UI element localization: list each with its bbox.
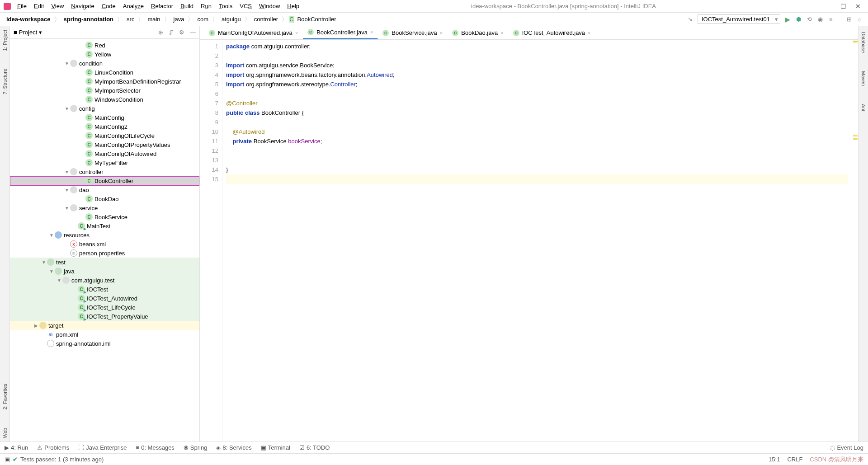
tw-spring[interactable]: ❀ Spring	[184, 444, 208, 451]
tree-node-dao[interactable]: ▼dao	[10, 185, 199, 194]
tw-ant[interactable]: Ant	[861, 104, 866, 112]
tree-node-mainconfig[interactable]: CMainConfig	[10, 113, 199, 122]
tree-node-ioctest[interactable]: CIOCTest	[10, 285, 199, 294]
tree-node-maintest[interactable]: CMainTest	[10, 221, 199, 230]
tw-project[interactable]: 1: Project	[2, 30, 8, 51]
tree-node-mainconfigofpropertyvalues[interactable]: CMainConfigOfPropertyValues	[10, 140, 199, 149]
tree-node-linuxcondition[interactable]: CLinuxCondition	[10, 68, 199, 77]
run-icon[interactable]: ▶	[784, 16, 791, 23]
tw-todo[interactable]: ☑ 6: TODO	[299, 444, 330, 451]
tab-bookdao[interactable]: CBookDao.java×	[448, 26, 508, 39]
crumb-project[interactable]: idea-workspace	[5, 15, 52, 23]
run-config-select[interactable]: IOCTest_Autowired.test01 ▾	[698, 14, 780, 24]
tree-node-ioctest-lifecycle[interactable]: CIOCTest_LifeCycle	[10, 303, 199, 312]
crumb-com[interactable]: com	[195, 15, 210, 23]
tree-node-controller[interactable]: ▼controller	[10, 167, 199, 176]
settings-icon[interactable]: ⚙	[179, 29, 184, 36]
stop-icon[interactable]: ■	[827, 16, 835, 23]
profile-icon[interactable]: ◉	[816, 16, 824, 23]
project-tree[interactable]: CRedCYellow▼conditionCLinuxConditionCMyI…	[10, 39, 199, 442]
tab-ioctest_autowired[interactable]: CIOCTest_Autowired.java×	[509, 26, 596, 39]
crumb-atguigu[interactable]: atguigu	[220, 15, 243, 23]
project-structure-icon[interactable]: ⊞	[845, 16, 853, 23]
menu-run[interactable]: Run	[198, 2, 214, 10]
tree-node-resources[interactable]: ▼resources	[10, 230, 199, 240]
error-stripe[interactable]	[852, 40, 858, 442]
tree-node-bookcontroller[interactable]: CBookController	[10, 176, 199, 185]
menu-navigate[interactable]: Navigate	[68, 2, 97, 10]
tree-node-mainconfig2[interactable]: CMainConfig2	[10, 122, 199, 131]
status-lock-icon[interactable]: ▣	[5, 456, 10, 463]
tree-node-windowscondition[interactable]: CWindowsCondition	[10, 95, 199, 104]
tree-node-myimportselector[interactable]: CMyImportSelector	[10, 86, 199, 95]
menu-build[interactable]: Build	[178, 2, 196, 10]
caret-pos[interactable]: 15:1	[769, 456, 780, 463]
tree-node-java[interactable]: ▼java	[10, 267, 199, 276]
tw-terminal[interactable]: ▣ Terminal	[261, 444, 290, 451]
tw-maven[interactable]: Maven	[861, 71, 866, 86]
tw-run[interactable]: ▶ 4: Run	[5, 444, 28, 451]
tw-javaee[interactable]: ⛶ Java Enterprise	[78, 444, 127, 451]
event-log[interactable]: ◌ Event Log	[830, 444, 863, 451]
tree-node-service[interactable]: ▼service	[10, 203, 199, 212]
tree-node-mainconifgofautowired[interactable]: CMainConifgOfAutowired	[10, 149, 199, 158]
tw-messages[interactable]: ≡ 0: Messages	[136, 444, 175, 451]
menu-edit[interactable]: Edit	[31, 2, 47, 10]
minimize-icon[interactable]: —	[825, 3, 831, 10]
debug-icon[interactable]: ⬢	[795, 16, 802, 23]
crumb-controller[interactable]: controller	[252, 15, 280, 23]
menu-tools[interactable]: Tools	[216, 2, 235, 10]
tw-favorites[interactable]: 2: Favorites	[2, 384, 8, 409]
tree-node-pom-xml[interactable]: mpom.xml	[10, 330, 199, 339]
tree-node-spring-annotation-iml[interactable]: spring-annotation.iml	[10, 339, 199, 348]
line-sep[interactable]: CRLF	[787, 456, 802, 463]
locate-icon[interactable]: ⊕	[158, 29, 163, 36]
menu-vcs[interactable]: VCS	[237, 2, 255, 10]
crumb-src[interactable]: src	[125, 15, 136, 23]
tree-node-ioctest-propertyvalue[interactable]: CIOCTest_PropertyValue	[10, 312, 199, 321]
maximize-icon[interactable]: ☐	[840, 3, 846, 10]
tree-node-target[interactable]: ▶target	[10, 321, 199, 330]
tree-node-condition[interactable]: ▼condition	[10, 59, 199, 68]
menu-refactor[interactable]: Refactor	[148, 2, 176, 10]
crumb-java[interactable]: java	[172, 15, 186, 23]
tree-node-test[interactable]: ▼test	[10, 258, 199, 267]
expand-icon[interactable]: ⇵	[169, 29, 174, 36]
coverage-icon[interactable]: ⟲	[806, 16, 813, 23]
hide-icon[interactable]: —	[190, 29, 196, 36]
search-everywhere-icon[interactable]: ⌕	[856, 16, 863, 23]
tw-services[interactable]: ◈ 8: Services	[216, 444, 251, 451]
tree-node-myimportbeandefinitionregistrar[interactable]: CMyImportBeanDefinitionRegistrar	[10, 77, 199, 86]
tab-close-icon[interactable]: ×	[588, 30, 590, 36]
tree-node-yellow[interactable]: CYellow	[10, 50, 199, 59]
tab-bookcontroller[interactable]: CBookController.java×	[303, 26, 378, 39]
tree-node-bookdao[interactable]: CBookDao	[10, 194, 199, 203]
crumb-class[interactable]: BookController	[296, 15, 338, 23]
tree-node-ioctest-autowired[interactable]: CIOCTest_Autowired	[10, 294, 199, 303]
menu-help[interactable]: Help	[284, 2, 302, 10]
menu-code[interactable]: Code	[99, 2, 118, 10]
tree-node-bookservice[interactable]: CBookService	[10, 212, 199, 221]
close-icon[interactable]: ✕	[855, 3, 861, 10]
crumb-module[interactable]: spring-annotation	[62, 15, 116, 23]
tree-node-beans-xml[interactable]: xbeans.xml	[10, 240, 199, 249]
crumb-main[interactable]: main	[146, 15, 162, 23]
tree-node-red[interactable]: CRed	[10, 41, 199, 50]
code-body[interactable]: package com.atguigu.controller;import co…	[222, 40, 852, 442]
menu-file[interactable]: File	[14, 2, 29, 10]
tab-close-icon[interactable]: ×	[500, 30, 503, 36]
menu-analyze[interactable]: Analyze	[120, 2, 146, 10]
tw-structure[interactable]: 7: Structure	[2, 69, 8, 94]
tw-problems[interactable]: ⚠ Problems	[37, 444, 69, 451]
tree-node-com-atguigu-test[interactable]: ▼com.atguigu.test	[10, 276, 199, 285]
tree-node-mainconfigoflifecycle[interactable]: CMainConfigOfLifeCycle	[10, 131, 199, 140]
menu-view[interactable]: View	[48, 2, 66, 10]
tab-mainconifgofautowired[interactable]: CMainConifgOfAutowired.java×	[204, 26, 303, 39]
tree-node-person-properties[interactable]: ≡person.properties	[10, 249, 199, 258]
tree-node-config[interactable]: ▼config	[10, 104, 199, 113]
tree-node-mytypefilter[interactable]: CMyTypeFilter	[10, 158, 199, 167]
menu-window[interactable]: Window	[256, 2, 283, 10]
tab-close-icon[interactable]: ×	[295, 30, 298, 36]
tw-web[interactable]: Web	[2, 428, 8, 438]
tab-bookservice[interactable]: CBookService.java×	[378, 26, 448, 39]
